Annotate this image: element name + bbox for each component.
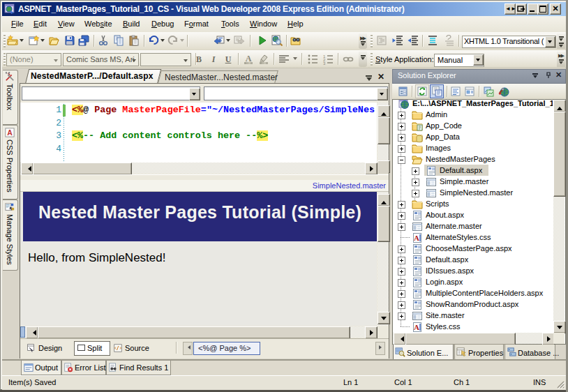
svg-text:3: 3 — [323, 61, 326, 66]
svg-text:A: A — [246, 54, 252, 63]
svg-text:A: A — [7, 128, 13, 137]
